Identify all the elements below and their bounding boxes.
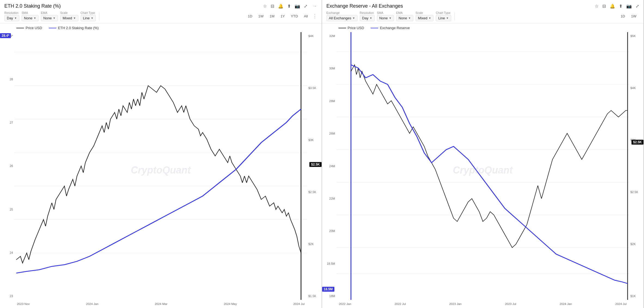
bookmark-icon[interactable]: ⊟ (271, 4, 274, 9)
y-right-5: $1.5K (309, 294, 321, 298)
sma-group-2: SMA None ▼ (377, 11, 394, 21)
panel1-price-label: $2.5K (309, 162, 321, 167)
x-label-0: 2023 Nov (17, 302, 30, 306)
panel1-current-y-label: 28.4* (0, 33, 11, 38)
ema-arrow-2: ▼ (408, 17, 411, 20)
star-icon[interactable]: ☆ (263, 4, 267, 9)
y-right-2: $3K (309, 138, 321, 142)
legend-price-usd-2: Price USD (338, 26, 364, 30)
exchange-group: Exchange All Exchanges ▼ (326, 11, 358, 21)
panel2-y-axis-right: $5K $4K $3K $2.5K $2K $1K (629, 32, 643, 300)
star-icon-2[interactable]: ☆ (595, 4, 599, 9)
time-btn-1w[interactable]: 1W (256, 13, 267, 19)
panel2-header: Exchange Reserve - All Exchanges ☆ ⊟ 🔔 ⬆… (322, 0, 644, 9)
panel-eth-staking: ETH 2.0 Staking Rate (%) ☆ ⊟ 🔔 ⬆ 📷 ⤢ → R… (0, 0, 322, 308)
chart-type-select[interactable]: Line ▼ (81, 15, 96, 21)
panel2-legend: Price USD Exchange Reserve (322, 24, 644, 32)
ema-select[interactable]: None ▼ (41, 15, 58, 21)
sma-arrow: ▼ (33, 17, 36, 20)
panel2-title: Exchange Reserve - All Exchanges (326, 3, 592, 9)
legend-exchange-reserve: Exchange Reserve (371, 26, 410, 30)
panel1-title: ETH 2.0 Staking Rate (%) (4, 3, 260, 9)
x-label-2: 2024 Mar (155, 302, 167, 306)
sma-label: SMA (22, 11, 39, 14)
y-right-0: $4K (309, 34, 321, 38)
chart-type-group: Chart Type Line ▼ (81, 11, 96, 21)
time-btn-1w-2[interactable]: 1W (628, 13, 639, 19)
toolbar-divider2 (454, 12, 455, 20)
exchange-select[interactable]: All Exchanges ▼ (326, 15, 358, 21)
time-btn-1y[interactable]: 1Y (278, 13, 288, 19)
time-btn-1d[interactable]: 1D (245, 13, 255, 19)
panel1-header: ETH 2.0 Staking Rate (%) ☆ ⊟ 🔔 ⬆ 📷 ⤢ → (0, 0, 322, 9)
sma-select-2[interactable]: None ▼ (377, 15, 394, 21)
camera-icon[interactable]: 📷 (295, 4, 300, 9)
scale-select[interactable]: Mixed ▼ (60, 15, 78, 21)
bell-icon-2[interactable]: 🔔 (610, 4, 615, 9)
y2-right-4: $2K (630, 242, 642, 246)
panel1-chart-area: 28.4* 28 27 26 25 24 23 $4K $3.5K $3K $2… (0, 32, 322, 308)
panel-exchange-reserve: Exchange Reserve - All Exchanges ☆ ⊟ 🔔 ⬆… (322, 0, 644, 308)
x2-label-3: 2023 Jul (505, 302, 516, 306)
panel1-toolbar: Resolution Day ▼ SMA None ▼ EMA None ▼ S… (0, 9, 322, 24)
panel2-toolbar: Exchange All Exchanges ▼ Resolution Day … (322, 9, 644, 24)
panel2-y-axis-left: 32M 30M 28M 26M 24M 22M 20M 18.5M 18M (322, 32, 336, 300)
legend-line-black (16, 28, 24, 28)
sma-select[interactable]: None ▼ (22, 15, 39, 21)
panel1-legend: Price USD ETH 2.0 Staking Rate (%) (0, 24, 322, 32)
panel2-current-y-label: 18.5M (322, 287, 334, 292)
panel2-icons: ☆ ⊟ 🔔 ⬆ 📷 ⤢ (595, 4, 639, 9)
legend-reserve-label: Exchange Reserve (380, 26, 410, 30)
y-right-4: $2K (309, 242, 321, 246)
time-btn-all[interactable]: All (301, 13, 310, 19)
scale-arrow-2: ▼ (428, 17, 431, 20)
x2-label-5: 2024 Jul (615, 302, 627, 306)
ema-group-2: EMA None ▼ (396, 11, 413, 21)
y2-left-4: 24M (323, 164, 335, 168)
y2-left-1: 30M (323, 67, 335, 70)
ema-label-2: EMA (396, 11, 413, 14)
resolution-select-2[interactable]: Day ▼ (360, 15, 375, 21)
time-btn-1m[interactable]: 1M (267, 13, 277, 19)
chart-type-group-2: Chart Type Line ▼ (436, 11, 451, 21)
share-icon[interactable]: ⬆ (287, 4, 291, 9)
more-icon[interactable]: ⋮ (312, 13, 317, 19)
y2-left-6: 20M (323, 229, 335, 233)
x-label-1: 2024 Jan (86, 302, 98, 306)
y-left-4: 25 (1, 208, 13, 211)
y-left-5: 24 (1, 251, 13, 254)
exchange-arrow: ▼ (352, 17, 355, 20)
time-btn-1d-2[interactable]: 1D (618, 13, 628, 19)
scale-select-2[interactable]: Mixed ▼ (416, 15, 434, 21)
y2-right-3: $2.5K (630, 190, 642, 194)
chart-type-label-2: Chart Type (436, 11, 451, 14)
x-label-3: 2024 May (224, 302, 237, 306)
x2-label-2: 2023 Jan (449, 302, 462, 306)
x2-label-4: 2024 Jan (560, 302, 572, 306)
y2-left-5: 22M (323, 197, 335, 200)
camera-icon-2[interactable]: 📷 (626, 4, 632, 9)
ema-select-2[interactable]: None ▼ (396, 15, 413, 21)
time-btn-ytd[interactable]: YTD (288, 13, 301, 19)
resolution-label-2: Resolution (360, 11, 375, 14)
bell-icon[interactable]: 🔔 (278, 4, 283, 9)
sma-arrow-2: ▼ (389, 17, 392, 20)
chart-type-arrow-2: ▼ (446, 17, 449, 20)
panel1-x-axis: 2023 Nov 2024 Jan 2024 Mar 2024 May 2024… (14, 300, 307, 308)
x2-label-1: 2022 Jul (395, 302, 406, 306)
chart-type-select-2[interactable]: Line ▼ (436, 15, 451, 21)
y2-right-5: $1K (630, 294, 642, 298)
expand-icon[interactable]: ⤢ (304, 4, 307, 9)
share-icon-2[interactable]: ⬆ (619, 4, 622, 9)
chart-type-arrow: ▼ (91, 17, 93, 20)
bookmark-icon-2[interactable]: ⊟ (602, 4, 606, 9)
resolution-select[interactable]: Day ▼ (4, 15, 19, 21)
ema-arrow: ▼ (53, 17, 56, 20)
scale-arrow: ▼ (73, 17, 76, 20)
y-left-2: 27 (1, 121, 13, 124)
legend-staking-label: ETH 2.0 Staking Rate (%) (58, 26, 99, 30)
panel1-svg (14, 32, 307, 300)
legend-staking-rate: ETH 2.0 Staking Rate (%) (49, 26, 99, 30)
resolution-arrow-2: ▼ (370, 17, 372, 20)
expand-icon-2[interactable]: ⤢ (636, 4, 639, 9)
